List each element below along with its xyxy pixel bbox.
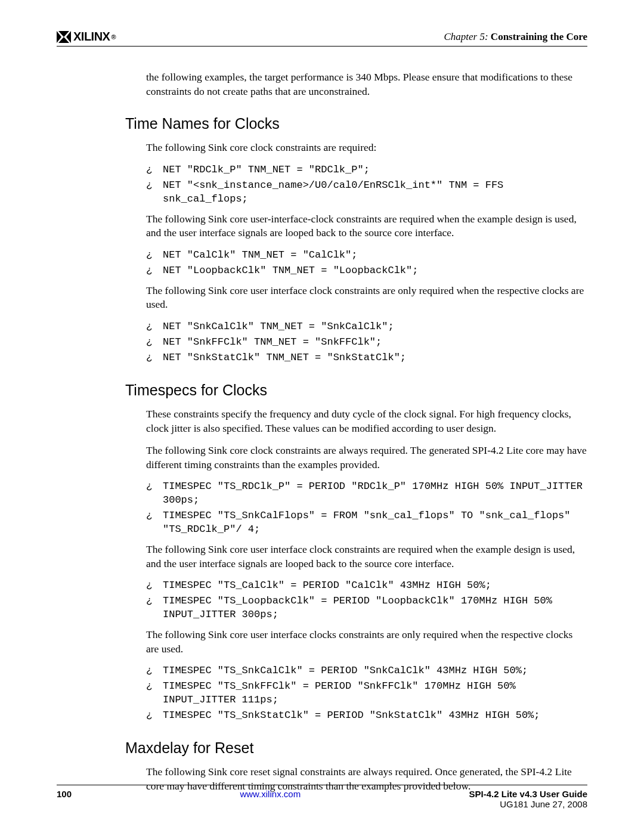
section-heading-maxdelay: Maxdelay for Reset	[125, 739, 587, 757]
bullet-icon: ¿	[146, 664, 163, 678]
code-line: NET "SnkStatClk" TNM_NET = "SnkStatClk";	[163, 351, 406, 365]
bullet-icon: ¿	[146, 249, 163, 262]
footer-link[interactable]: www.xilinx.com	[240, 789, 301, 809]
chapter-prefix: Chapter 5:	[444, 31, 488, 42]
bullet-icon: ¿	[146, 179, 163, 193]
s1-p3: The following Sink core user interface c…	[146, 284, 587, 312]
xilinx-logo-icon	[57, 31, 71, 43]
section-heading-time-names: Time Names for Clocks	[125, 115, 587, 132]
code-line: NET "CalClk" TNM_NET = "CalClk";	[163, 249, 357, 262]
bullet-icon: ¿	[146, 480, 163, 494]
s2-p3: The following Sink core user interface c…	[146, 543, 587, 571]
s2-p4: The following Sink core user interface c…	[146, 628, 587, 656]
page-footer: 100 www.xilinx.com SPI-4.2 Lite v4.3 Use…	[57, 785, 587, 809]
bullet-icon: ¿	[146, 509, 163, 523]
chapter-breadcrumb: Chapter 5: Constraining the Core	[444, 31, 587, 43]
bullet-icon: ¿	[146, 680, 163, 693]
s1-code1: ¿NET "RDClk_P" TNM_NET = "RDClk_P"; ¿NET…	[146, 163, 587, 206]
doc-sub: UG181 June 27, 2008	[469, 799, 587, 809]
code-line: TIMESPEC "TS_SnkCalFlops" = FROM "snk_ca…	[163, 509, 587, 537]
code-line: TIMESPEC "TS_CalClk" = PERIOD "CalClk" 4…	[163, 579, 491, 593]
intro-paragraph: the following examples, the target perfo…	[146, 70, 587, 98]
code-line: NET "SnkCalClk" TNM_NET = "SnkCalClk";	[163, 320, 394, 334]
bullet-icon: ¿	[146, 351, 163, 365]
page-number: 100	[57, 789, 72, 809]
code-line: TIMESPEC "TS_RDClk_P" = PERIOD "RDClk_P"…	[163, 480, 587, 507]
s1-code2: ¿NET "CalClk" TNM_NET = "CalClk"; ¿NET "…	[146, 249, 587, 278]
registered-icon: ®	[111, 33, 116, 41]
bullet-icon: ¿	[146, 264, 163, 278]
doc-title: SPI-4.2 Lite v4.3 User Guide	[469, 789, 587, 799]
code-line: NET "LoopbackClk" TNM_NET = "LoopbackClk…	[163, 264, 418, 278]
s1-p1: The following Sink core clock constraint…	[146, 141, 587, 155]
chapter-title: Constraining the Core	[491, 31, 587, 42]
xilinx-logo: XILINX®	[57, 30, 116, 44]
bullet-icon: ¿	[146, 320, 163, 334]
s2-p1: These constraints specify the frequency …	[146, 407, 587, 435]
code-line: TIMESPEC "TS_SnkCalClk" = PERIOD "SnkCal…	[163, 664, 528, 678]
code-line: NET "<snk_instance_name>/U0/cal0/EnRSClk…	[163, 179, 587, 206]
s2-p2: The following Sink core clock constraint…	[146, 444, 587, 472]
logo-text: XILINX	[73, 30, 110, 44]
code-line: TIMESPEC "TS_LoopbackClk" = PERIOD "Loop…	[163, 594, 587, 622]
s2-code3: ¿TIMESPEC "TS_SnkCalClk" = PERIOD "SnkCa…	[146, 664, 587, 723]
s2-code1: ¿TIMESPEC "TS_RDClk_P" = PERIOD "RDClk_P…	[146, 480, 587, 537]
code-line: NET "SnkFFClk" TNM_NET = "SnkFFClk";	[163, 336, 382, 349]
code-line: TIMESPEC "TS_SnkStatClk" = PERIOD "SnkSt…	[163, 709, 540, 723]
s1-code3: ¿NET "SnkCalClk" TNM_NET = "SnkCalClk"; …	[146, 320, 587, 365]
code-line: TIMESPEC "TS_SnkFFClk" = PERIOD "SnkFFCl…	[163, 680, 587, 707]
bullet-icon: ¿	[146, 594, 163, 608]
page-header: XILINX® Chapter 5: Constraining the Core	[57, 30, 587, 47]
s1-p2: The following Sink core user-interface-c…	[146, 212, 587, 240]
code-line: NET "RDClk_P" TNM_NET = "RDClk_P";	[163, 163, 370, 177]
bullet-icon: ¿	[146, 336, 163, 349]
footer-right: SPI-4.2 Lite v4.3 User Guide UG181 June …	[469, 789, 587, 809]
bullet-icon: ¿	[146, 163, 163, 177]
s2-code2: ¿TIMESPEC "TS_CalClk" = PERIOD "CalClk" …	[146, 579, 587, 622]
section-heading-timespecs: Timespecs for Clocks	[125, 382, 587, 399]
bullet-icon: ¿	[146, 709, 163, 723]
bullet-icon: ¿	[146, 579, 163, 593]
